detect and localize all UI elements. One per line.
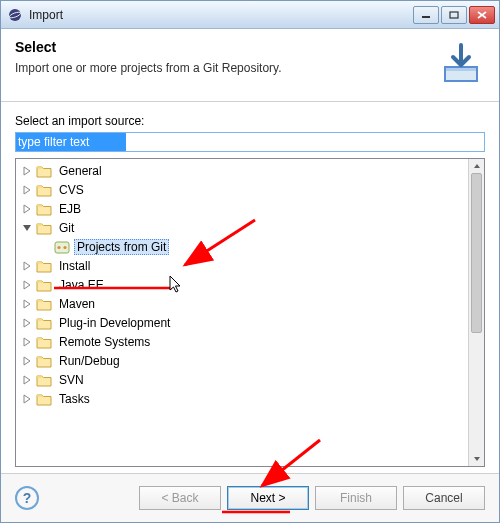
tree-item-label: Remote Systems xyxy=(56,334,153,350)
scroll-down-icon[interactable] xyxy=(469,452,484,466)
tree-item-label: Projects from Git xyxy=(74,239,169,255)
tree-item-maven[interactable]: Maven xyxy=(16,294,468,313)
folder-icon xyxy=(36,277,52,293)
import-wizard-window: Import Select Import one or more project… xyxy=(0,0,500,523)
folder-icon xyxy=(36,182,52,198)
folder-icon xyxy=(36,220,52,236)
eclipse-icon xyxy=(7,7,23,23)
tree-container: GeneralCVSEJBGitProjects from GitInstall… xyxy=(15,158,485,467)
folder-icon xyxy=(36,258,52,274)
tree-item-label: Tasks xyxy=(56,391,93,407)
folder-icon xyxy=(36,315,52,331)
tree-item-run-debug[interactable]: Run/Debug xyxy=(16,351,468,370)
tree-item-tasks[interactable]: Tasks xyxy=(16,389,468,408)
page-title: Select xyxy=(15,39,427,55)
folder-icon xyxy=(36,334,52,350)
svg-point-10 xyxy=(63,245,66,248)
titlebar: Import xyxy=(1,1,499,29)
chevron-right-icon[interactable] xyxy=(20,297,34,311)
tree-item-java-ee[interactable]: Java EE xyxy=(16,275,468,294)
tree-item-cvs[interactable]: CVS xyxy=(16,180,468,199)
tree-item-label: Plug-in Development xyxy=(56,315,173,331)
chevron-right-icon[interactable] xyxy=(20,316,34,330)
svg-rect-8 xyxy=(55,242,69,253)
tree-item-install[interactable]: Install xyxy=(16,256,468,275)
folder-icon xyxy=(36,353,52,369)
chevron-right-icon[interactable] xyxy=(20,392,34,406)
tree-item-label: Java EE xyxy=(56,277,107,293)
close-button[interactable] xyxy=(469,6,495,24)
tree-item-label: Install xyxy=(56,258,93,274)
folder-icon xyxy=(36,201,52,217)
chevron-right-icon[interactable] xyxy=(20,278,34,292)
svg-rect-3 xyxy=(450,12,458,18)
maximize-button[interactable] xyxy=(441,6,467,24)
tree-item-projects-from-git[interactable]: Projects from Git xyxy=(16,237,468,256)
svg-point-9 xyxy=(57,245,60,248)
scroll-thumb[interactable] xyxy=(471,173,482,333)
chevron-right-icon[interactable] xyxy=(20,259,34,273)
finish-button[interactable]: Finish xyxy=(315,486,397,510)
import-tree[interactable]: GeneralCVSEJBGitProjects from GitInstall… xyxy=(16,159,468,466)
folder-icon xyxy=(36,372,52,388)
tree-item-svn[interactable]: SVN xyxy=(16,370,468,389)
tree-item-label: General xyxy=(56,163,105,179)
help-button[interactable]: ? xyxy=(15,486,39,510)
tree-item-ejb[interactable]: EJB xyxy=(16,199,468,218)
tree-item-git[interactable]: Git xyxy=(16,218,468,237)
scrollbar[interactable] xyxy=(468,159,484,466)
cancel-button[interactable]: Cancel xyxy=(403,486,485,510)
folder-icon xyxy=(36,296,52,312)
chevron-right-icon[interactable] xyxy=(20,373,34,387)
folder-icon xyxy=(36,391,52,407)
tree-item-plug-in-development[interactable]: Plug-in Development xyxy=(16,313,468,332)
back-button[interactable]: < Back xyxy=(139,486,221,510)
chevron-down-icon[interactable] xyxy=(20,221,34,235)
minimize-button[interactable] xyxy=(413,6,439,24)
tree-item-label: Maven xyxy=(56,296,98,312)
chevron-right-icon[interactable] xyxy=(20,335,34,349)
chevron-right-icon[interactable] xyxy=(20,183,34,197)
import-icon xyxy=(437,39,485,87)
tree-item-label: Run/Debug xyxy=(56,353,123,369)
chevron-right-icon[interactable] xyxy=(20,354,34,368)
next-button[interactable]: Next > xyxy=(227,486,309,510)
scroll-up-icon[interactable] xyxy=(469,159,484,173)
tree-item-label: CVS xyxy=(56,182,87,198)
wizard-body: Select an import source: GeneralCVSEJBGi… xyxy=(1,102,499,473)
tree-item-label: Git xyxy=(56,220,77,236)
svg-rect-7 xyxy=(445,67,477,71)
git-project-icon xyxy=(54,239,70,255)
page-description: Import one or more projects from a Git R… xyxy=(15,61,427,75)
filter-input[interactable] xyxy=(16,133,126,151)
import-source-label: Select an import source: xyxy=(15,114,485,128)
tree-item-label: EJB xyxy=(56,201,84,217)
folder-icon xyxy=(36,163,52,179)
chevron-right-icon[interactable] xyxy=(20,164,34,178)
tree-item-general[interactable]: General xyxy=(16,161,468,180)
chevron-right-icon[interactable] xyxy=(20,202,34,216)
tree-item-remote-systems[interactable]: Remote Systems xyxy=(16,332,468,351)
button-bar: ? < Back Next > Finish Cancel xyxy=(1,473,499,522)
tree-item-label: SVN xyxy=(56,372,87,388)
window-title: Import xyxy=(29,8,413,22)
wizard-header: Select Import one or more projects from … xyxy=(1,29,499,102)
